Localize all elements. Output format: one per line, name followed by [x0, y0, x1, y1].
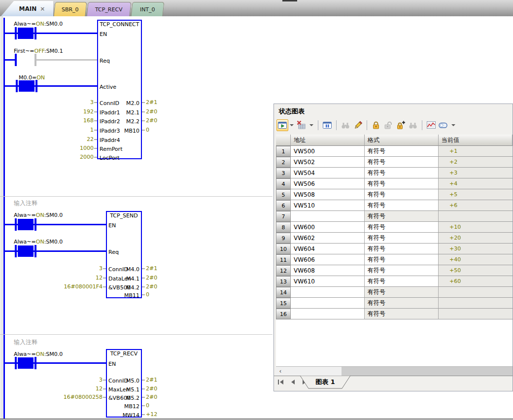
contact-closed-sm0-0[interactable]: [15, 27, 36, 39]
value-cell[interactable]: +2: [439, 157, 513, 168]
address-cell[interactable]: VW504: [291, 168, 365, 178]
address-cell[interactable]: [291, 287, 365, 298]
value-cell[interactable]: [439, 211, 513, 222]
write-values-icon[interactable]: [352, 120, 363, 131]
value-cell[interactable]: +60: [439, 276, 513, 287]
contact-closed-m0-0[interactable]: [16, 80, 37, 92]
contact-operand-label[interactable]: Alwa~=ON:SM0.0: [14, 21, 63, 27]
address-cell[interactable]: VW606: [291, 254, 365, 265]
trend-view-icon[interactable]: [426, 120, 437, 131]
value-cell[interactable]: +50: [439, 265, 513, 276]
format-cell[interactable]: 有符号: [365, 211, 439, 222]
input-value[interactable]: 1000: [30, 145, 94, 151]
value-cell[interactable]: +6: [439, 200, 513, 211]
row-number[interactable]: 9: [276, 233, 291, 244]
row-number[interactable]: 14: [276, 287, 291, 298]
contact-open-sm0-1[interactable]: [15, 54, 36, 66]
row-number[interactable]: 1: [276, 146, 291, 157]
network-comment[interactable]: 输入注释: [14, 338, 37, 347]
value-cell[interactable]: +10: [439, 222, 513, 233]
row-number[interactable]: 13: [276, 276, 291, 287]
tab-sbr0[interactable]: SBR_0: [53, 2, 87, 16]
format-cell[interactable]: 有符号: [365, 309, 439, 319]
row-number[interactable]: 12: [276, 265, 291, 276]
format-cell[interactable]: 有符号: [365, 157, 439, 168]
network-comment[interactable]: 输入注释: [14, 199, 37, 208]
input-value[interactable]: 2000: [30, 154, 94, 160]
address-cell[interactable]: [291, 298, 365, 309]
tab-main[interactable]: MAIN ×: [1, 1, 53, 16]
block-tcp-recv[interactable]: TCP_RECV EN ConnID MaxLen &VB600 M5.0 M5…: [106, 349, 142, 418]
value-cell[interactable]: [439, 287, 513, 298]
horizontal-scrollbar[interactable]: ‹: [276, 366, 513, 376]
format-cell[interactable]: 有符号: [365, 222, 439, 233]
format-cell[interactable]: 有符号: [365, 146, 439, 157]
format-cell[interactable]: 有符号: [365, 168, 439, 178]
format-cell[interactable]: 有符号: [365, 254, 439, 265]
format-cell[interactable]: 有符号: [365, 189, 439, 200]
force-icon[interactable]: [371, 120, 381, 131]
address-cell[interactable]: VW604: [291, 244, 365, 254]
value-cell[interactable]: [439, 309, 513, 319]
bookmark-icon[interactable]: [438, 120, 449, 131]
address-cell[interactable]: VW502: [291, 157, 365, 168]
block-tcp-send[interactable]: TCP_SEND EN Req ConnID DataLen &VB500 M4…: [106, 211, 142, 298]
row-number[interactable]: 7: [276, 211, 291, 222]
address-cell[interactable]: VW608: [291, 265, 365, 276]
row-number[interactable]: 6: [276, 200, 291, 211]
format-cell[interactable]: 有符号: [365, 265, 439, 276]
input-value[interactable]: 12: [20, 275, 103, 281]
row-number[interactable]: 15: [276, 298, 291, 309]
chart-status-run-icon[interactable]: [276, 119, 288, 131]
address-cell[interactable]: VW508: [291, 189, 365, 200]
tab-tcp-recv[interactable]: TCP_RECV: [86, 2, 131, 16]
format-cell[interactable]: 有符号: [365, 276, 439, 287]
address-cell[interactable]: [291, 211, 365, 222]
unforce-all-icon[interactable]: [408, 120, 418, 131]
insert-row-dropdown-icon[interactable]: [290, 124, 294, 126]
format-cell[interactable]: 有符号: [365, 287, 439, 298]
row-number[interactable]: 2: [276, 157, 291, 168]
scrollbar-thumb[interactable]: [285, 367, 342, 376]
address-cell[interactable]: VW510: [291, 200, 365, 211]
value-cell[interactable]: +4: [439, 178, 513, 189]
contact-operand-label[interactable]: Alwa~=ON:SM0.0: [14, 239, 63, 245]
row-number[interactable]: 10: [276, 244, 291, 254]
address-cell[interactable]: VW500: [291, 146, 365, 157]
address-cell[interactable]: VW610: [291, 276, 365, 287]
scroll-left-arrow[interactable]: ‹: [276, 367, 285, 376]
contact-closed-sm0-0[interactable]: [15, 245, 36, 257]
read-all-icon[interactable]: [340, 120, 351, 131]
input-value[interactable]: 3: [20, 377, 103, 383]
row-number[interactable]: 11: [276, 254, 291, 265]
block-tcp-connect[interactable]: TCP_CONNECT EN Req Active ConnID IPaddr1…: [97, 20, 142, 159]
format-cell[interactable]: 有符号: [365, 298, 439, 309]
input-value[interactable]: 3: [30, 99, 94, 105]
tab-close-icon[interactable]: ×: [40, 5, 45, 12]
input-value[interactable]: 16#08000258: [20, 394, 103, 400]
value-cell[interactable]: +20: [439, 233, 513, 244]
row-number[interactable]: 16: [276, 309, 291, 319]
row-number[interactable]: 8: [276, 222, 291, 233]
contact-operand-label[interactable]: Alwa~=ON:SM0.0: [14, 212, 63, 218]
unforce-icon[interactable]: [383, 120, 394, 131]
contact-closed-sm0-0[interactable]: [15, 218, 36, 231]
input-value[interactable]: 22: [30, 136, 94, 142]
format-cell[interactable]: 有符号: [365, 200, 439, 211]
input-value[interactable]: 168: [30, 117, 94, 124]
pause-chart-icon[interactable]: [322, 120, 333, 131]
address-cell[interactable]: VW602: [291, 233, 365, 244]
value-cell[interactable]: +5: [439, 189, 513, 200]
format-cell[interactable]: 有符号: [365, 233, 439, 244]
format-cell[interactable]: 有符号: [365, 178, 439, 189]
input-value[interactable]: 12: [20, 385, 103, 392]
first-sheet-button[interactable]: [278, 379, 285, 385]
address-cell[interactable]: [291, 309, 365, 319]
row-number[interactable]: 4: [276, 178, 291, 189]
input-value[interactable]: 3: [20, 265, 103, 272]
value-cell[interactable]: +40: [439, 254, 513, 265]
prev-sheet-button[interactable]: [289, 379, 296, 385]
input-value[interactable]: 1: [30, 127, 94, 133]
contact-closed-sm0-0[interactable]: [15, 357, 36, 369]
address-cell[interactable]: VW506: [291, 178, 365, 189]
